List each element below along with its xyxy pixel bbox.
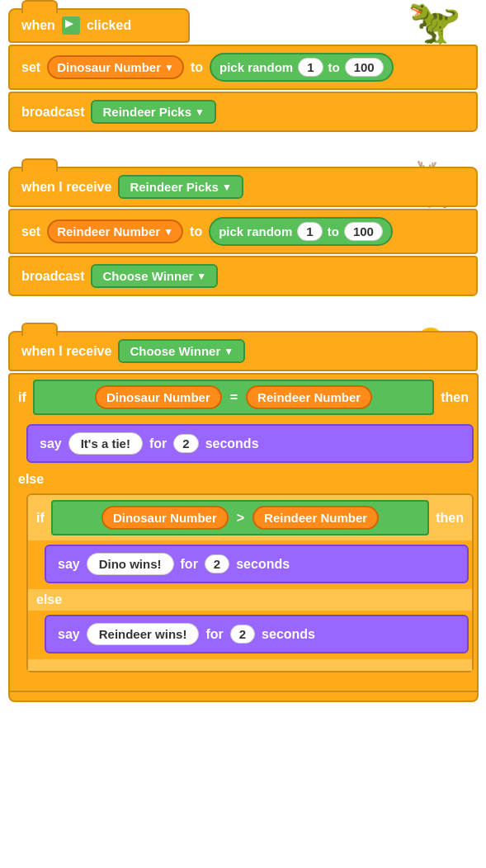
say-reindeer-wins-block: say Reindeer wins! for 2 seconds <box>45 615 469 653</box>
set-dinosaur-number-block: set Dinosaur Number ▼ to pick random 1 t… <box>8 45 478 90</box>
flag-icon <box>62 17 80 35</box>
svg-marker-0 <box>65 20 73 28</box>
random-from-1[interactable]: 1 <box>298 58 323 77</box>
seconds-label-1: seconds <box>205 436 259 451</box>
secs-input-2[interactable]: 2 <box>205 554 229 573</box>
condition-2: Dinosaur Number > Reindeer Number <box>51 500 429 535</box>
dino-sprite: 🦖 <box>408 0 461 43</box>
when-label: when <box>21 18 55 33</box>
when-receive-hat-1: when I receive Reindeer Picks ▼ <box>8 167 478 207</box>
nested-if-block: if Dinosaur Number > Reindeer Number the… <box>26 493 474 672</box>
broadcast-label-2: broadcast <box>21 269 84 284</box>
reindeer-num-cond1: Reindeer Number <box>246 385 372 409</box>
broadcast-label: broadcast <box>21 105 84 120</box>
reindeer-number-var[interactable]: Reindeer Number ▼ <box>47 219 183 243</box>
say-dino-wins-block: say Dino wins! for 2 seconds <box>45 545 469 583</box>
else-section-2: else <box>28 589 472 611</box>
when-receive-hat-2: when I receive Choose Winner ▼ <box>8 331 478 371</box>
random-to-2[interactable]: 100 <box>344 222 383 241</box>
dinosaur-number-var[interactable]: Dinosaur Number ▼ <box>47 55 184 79</box>
outer-if-block: if Dinosaur Number = Reindeer Number the… <box>8 373 479 692</box>
reindeer-num-cond2: Reindeer Number <box>252 506 379 530</box>
nested-if-row: if Dinosaur Number > Reindeer Number the… <box>28 495 472 540</box>
pick-random-1: pick random 1 to 100 <box>210 53 394 82</box>
then-body-1: say It's a tie! for 2 seconds <box>10 420 477 469</box>
for-label-2: for <box>181 557 198 572</box>
say-tie-block: say It's a tie! for 2 seconds <box>26 424 474 463</box>
broadcast-choose-winner: broadcast Choose Winner ▼ <box>8 256 478 296</box>
reindeer-wins-text: Reindeer wins! <box>87 623 200 645</box>
broadcast-reindeer-picks: broadcast Reindeer Picks ▼ <box>8 92 478 132</box>
set-reindeer-number-block: set Reindeer Number ▼ to pick random 1 t… <box>8 209 478 254</box>
random-to-1[interactable]: 100 <box>345 58 384 77</box>
var2-dropdown-arrow: ▼ <box>163 226 173 238</box>
choose-winner-trigger-arrow: ▼ <box>224 346 234 357</box>
for-label-1: for <box>149 436 167 451</box>
set-label-2: set <box>21 224 40 239</box>
secs-input-1[interactable]: 2 <box>173 434 198 453</box>
when-i-receive-label: when I receive <box>21 180 111 195</box>
var-dropdown-arrow: ▼ <box>164 62 174 73</box>
to-label-2: to <box>190 224 202 239</box>
else-section-1: else <box>10 469 477 490</box>
to-label: to <box>191 60 203 75</box>
reindeer-picks-trigger[interactable]: Reindeer Picks ▼ <box>118 175 243 199</box>
outer-if-row: if Dinosaur Number = Reindeer Number the… <box>10 375 477 420</box>
then-body-2: say Dino wins! for 2 seconds <box>28 540 472 589</box>
say-label-2: say <box>58 557 80 572</box>
when-clicked-hat: when clicked <box>8 8 190 43</box>
tie-text: It's a tie! <box>68 432 143 455</box>
nested-if-container: if Dinosaur Number > Reindeer Number the… <box>10 490 477 677</box>
reindeer-picks-msg[interactable]: Reindeer Picks ▼ <box>91 100 215 124</box>
secs-input-3[interactable]: 2 <box>230 625 255 644</box>
msg-in-arrow: ▼ <box>222 182 232 193</box>
condition-1: Dinosaur Number = Reindeer Number <box>33 380 434 415</box>
set-label: set <box>21 60 40 75</box>
choose-winner-msg[interactable]: Choose Winner ▼ <box>91 264 218 288</box>
else-body-2: say Reindeer wins! for 2 seconds <box>28 611 472 659</box>
say-label-1: say <box>40 436 62 451</box>
then-label: then <box>441 390 469 405</box>
when-i-receive-label-2: when I receive <box>21 344 111 359</box>
random-from-2[interactable]: 1 <box>297 222 322 241</box>
then-label-2: then <box>436 511 464 526</box>
dino-wins-text: Dino wins! <box>87 553 174 575</box>
dino-num-cond1: Dinosaur Number <box>95 385 222 409</box>
if-label-2: if <box>36 511 45 526</box>
say-label-3: say <box>58 627 80 642</box>
clicked-label: clicked <box>87 18 131 33</box>
choose-winner-arrow: ▼ <box>196 271 206 282</box>
choose-winner-trigger[interactable]: Choose Winner ▼ <box>118 339 245 363</box>
dino-num-cond2: Dinosaur Number <box>101 506 229 530</box>
if-label: if <box>18 390 26 405</box>
seconds-label-3: seconds <box>262 627 315 642</box>
for-label-3: for <box>205 627 223 642</box>
msg-dropdown-arrow: ▼ <box>195 106 205 118</box>
seconds-label-2: seconds <box>236 557 290 572</box>
pick-random-2: pick random 1 to 100 <box>209 217 393 246</box>
